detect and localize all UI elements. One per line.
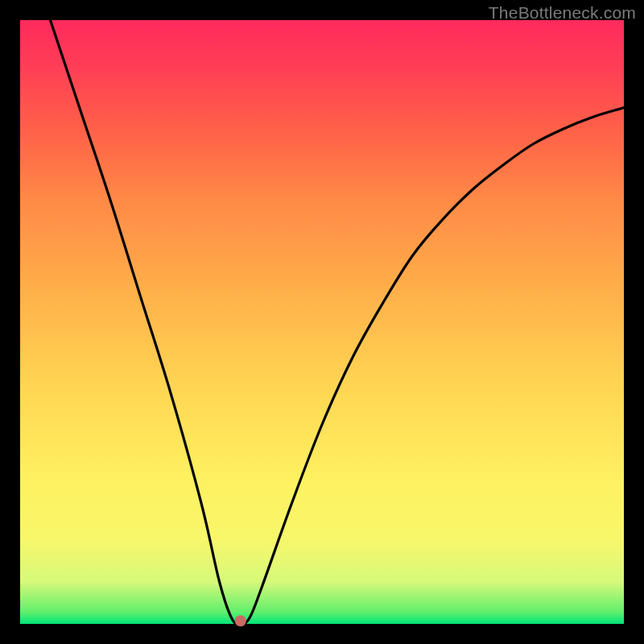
bottleneck-curve [51, 20, 625, 624]
watermark-text: TheBottleneck.com [489, 3, 636, 23]
curve-svg [20, 20, 624, 624]
plot-area [20, 20, 624, 624]
minimum-marker [235, 615, 246, 626]
chart-container: TheBottleneck.com [0, 0, 644, 644]
